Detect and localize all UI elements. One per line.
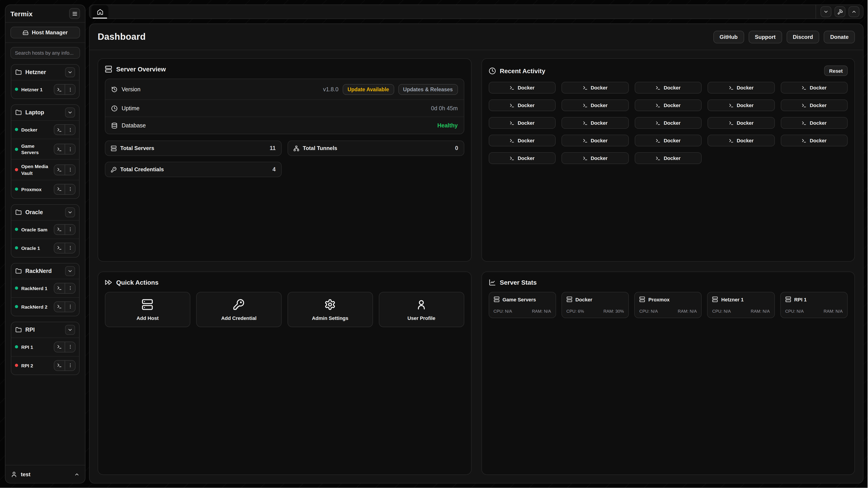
host-row[interactable]: RPI 1 <box>11 337 79 356</box>
group-collapse-button[interactable] <box>65 207 75 217</box>
host-terminal-button[interactable] <box>54 125 65 135</box>
host-menu-button[interactable] <box>65 85 75 94</box>
recent-activity-item[interactable]: Docker <box>634 135 702 147</box>
recent-activity-item[interactable]: Docker <box>634 117 702 129</box>
user-profile-button[interactable]: User Profile <box>379 292 464 327</box>
host-manager-button[interactable]: Host Manager <box>10 27 80 38</box>
recent-activity-item[interactable]: Docker <box>634 152 702 164</box>
host-terminal-button[interactable] <box>54 302 65 312</box>
recent-activity-item[interactable]: Docker <box>634 82 702 94</box>
recent-activity-item[interactable]: Docker <box>780 99 848 111</box>
recent-activity-item[interactable]: Docker <box>489 135 556 147</box>
host-row[interactable]: RPI 2 <box>11 356 79 375</box>
dashboard-header: Dashboard GitHub Support Discord Donate <box>90 24 863 50</box>
host-terminal-button[interactable] <box>54 165 65 175</box>
host-group-header[interactable]: Oracle <box>11 204 79 220</box>
header-link-button[interactable]: GitHub <box>713 31 744 43</box>
recent-activity-item[interactable]: Docker <box>708 99 775 111</box>
ellipsis-vertical-icon <box>68 344 72 349</box>
host-group-header[interactable]: Hetzner <box>11 65 79 80</box>
stat-ram: RAM: N/A <box>678 308 697 314</box>
header-link-button[interactable]: Donate <box>824 31 855 43</box>
recent-activity-item[interactable]: Docker <box>708 135 775 147</box>
total-servers-label: Total Servers <box>120 145 154 151</box>
recent-activity-item[interactable]: Docker <box>489 82 556 94</box>
host-group-header[interactable]: Laptop <box>11 105 79 120</box>
recent-activity-item[interactable]: Docker <box>561 82 629 94</box>
header-link-button[interactable]: Support <box>748 31 782 43</box>
host-row[interactable]: Proxmox <box>11 180 79 198</box>
overview-info-card: Version v1.8.0 Update Available Updates … <box>105 78 464 134</box>
recent-activity-label: Docker <box>591 85 608 90</box>
host-menu-button[interactable] <box>65 243 75 253</box>
group-collapse-button[interactable] <box>65 325 75 335</box>
recent-activity-item[interactable]: Docker <box>489 117 556 129</box>
host-row[interactable]: Hetzner 1 <box>11 80 79 98</box>
recent-activity-item[interactable]: Docker <box>489 99 556 111</box>
host-row[interactable]: Docker <box>11 120 79 139</box>
recent-activity-item[interactable]: Docker <box>489 152 556 164</box>
updates-releases-button[interactable]: Updates & Releases <box>398 84 458 95</box>
host-name: Oracle 1 <box>21 245 40 251</box>
host-menu-button[interactable] <box>65 224 75 234</box>
host-menu-button[interactable] <box>65 125 75 135</box>
tab-scroll-down-button[interactable] <box>820 6 831 17</box>
host-menu-button[interactable] <box>65 144 75 154</box>
add-host-button[interactable]: Add Host <box>105 292 190 327</box>
host-menu-button[interactable] <box>65 283 75 293</box>
host-terminal-button[interactable] <box>54 243 65 253</box>
recent-activity-item[interactable]: Docker <box>708 82 775 94</box>
app-root: Termix Host Manager <box>0 0 868 488</box>
host-terminal-button[interactable] <box>54 184 65 194</box>
search-input[interactable] <box>10 47 80 59</box>
host-row[interactable]: Oracle Sam <box>11 220 79 238</box>
group-collapse-button[interactable] <box>65 266 75 276</box>
recent-activity-item[interactable]: Docker <box>561 135 629 147</box>
host-terminal-button[interactable] <box>54 283 65 293</box>
group-host-list: Docker <box>11 120 79 198</box>
recent-activity-item[interactable]: Docker <box>708 117 775 129</box>
update-available-button[interactable]: Update Available <box>342 84 394 95</box>
add-credential-button[interactable]: Add Credential <box>196 292 282 327</box>
tab-bar <box>89 4 864 19</box>
recent-activity-label: Docker <box>737 103 754 108</box>
group-collapse-button[interactable] <box>65 67 75 77</box>
host-menu-button[interactable] <box>65 342 75 352</box>
recent-activity-item[interactable]: Docker <box>561 99 629 111</box>
admin-settings-button[interactable]: Admin Settings <box>287 292 373 327</box>
host-menu-button[interactable] <box>65 184 75 194</box>
recent-activity-item[interactable]: Docker <box>634 99 702 111</box>
host-group-header[interactable]: RackNerd <box>11 263 79 279</box>
stat-cpu: CPU: N/A <box>493 308 512 314</box>
host-row[interactable]: Open Media Vault <box>11 159 79 180</box>
user-menu[interactable]: test <box>5 465 85 483</box>
tab-scroll-up-button[interactable] <box>848 6 860 17</box>
recent-activity-item[interactable]: Docker <box>780 135 848 147</box>
tab-home[interactable] <box>91 5 108 19</box>
host-terminal-button[interactable] <box>54 85 65 94</box>
recent-activity-item[interactable]: Docker <box>561 152 629 164</box>
tools-button[interactable] <box>835 6 845 17</box>
host-terminal-button[interactable] <box>54 224 65 234</box>
host-row[interactable]: Oracle 1 <box>11 238 79 257</box>
host-row[interactable]: RackNerd 1 <box>11 279 79 297</box>
host-terminal-button[interactable] <box>54 342 65 352</box>
host-menu-button[interactable] <box>65 302 75 312</box>
host-row[interactable]: Game Servers <box>11 139 79 159</box>
recent-activity-label: Docker <box>518 103 535 108</box>
host-menu-button[interactable] <box>65 165 75 175</box>
recent-activity-item[interactable]: Docker <box>780 117 848 129</box>
sidebar-menu-button[interactable] <box>69 8 80 19</box>
group-collapse-button[interactable] <box>65 107 75 118</box>
recent-activity-item[interactable]: Docker <box>780 82 848 94</box>
host-menu-button[interactable] <box>65 360 75 370</box>
recent-activity-item[interactable]: Docker <box>561 117 629 129</box>
host-terminal-button[interactable] <box>54 144 65 154</box>
header-link-button[interactable]: Discord <box>786 31 819 43</box>
reset-button[interactable]: Reset <box>824 66 848 76</box>
home-icon <box>96 8 103 15</box>
host-row[interactable]: RackNerd 2 <box>11 297 79 316</box>
server-stat-card: Hetzner 1 CPU: N/A RAM: N/A <box>707 292 775 318</box>
host-group-header[interactable]: RPI <box>11 322 79 337</box>
host-terminal-button[interactable] <box>54 360 65 370</box>
